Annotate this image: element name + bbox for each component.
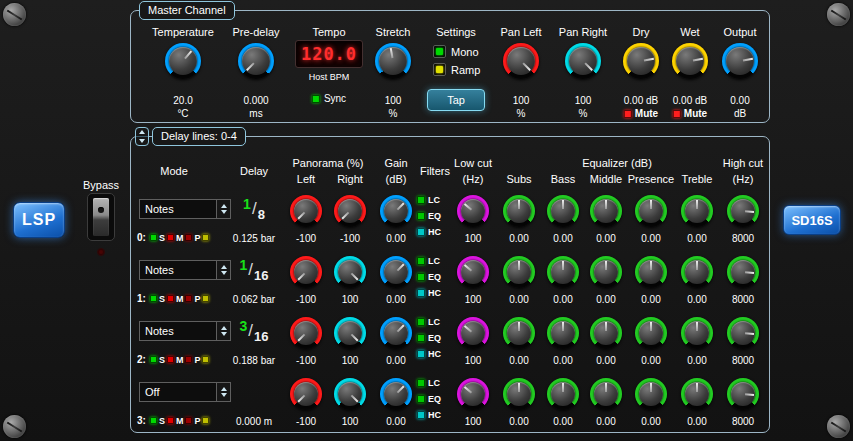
presence-knob[interactable]	[635, 378, 667, 410]
pan-right-knob[interactable]	[334, 256, 366, 288]
output-label: Output	[695, 26, 785, 38]
subs-knob[interactable]	[503, 317, 535, 349]
solo-led[interactable]	[167, 295, 174, 302]
pan-right-knob[interactable]	[334, 195, 366, 227]
high-cut-filter-led[interactable]	[417, 350, 425, 358]
spinner-up-button[interactable]	[136, 128, 148, 136]
high-cut-knob[interactable]	[727, 378, 759, 410]
low-cut-knob[interactable]	[457, 378, 489, 410]
presence-knob[interactable]	[635, 256, 667, 288]
solo-led[interactable]	[167, 417, 174, 424]
sync-led[interactable]	[312, 95, 320, 103]
pan-left-knob[interactable]	[290, 378, 322, 410]
down-arrow-icon	[139, 139, 145, 143]
pan-left-value: -100	[284, 294, 328, 305]
solo-led[interactable]	[167, 234, 174, 241]
master-pan-left-knob[interactable]	[503, 43, 539, 79]
highcut-header: High cut	[713, 157, 773, 169]
high-cut-filter-led[interactable]	[417, 228, 425, 236]
treble-knob[interactable]	[681, 195, 713, 227]
subs-knob[interactable]	[503, 378, 535, 410]
middle-knob[interactable]	[590, 378, 622, 410]
low-cut-filter-led[interactable]	[417, 318, 425, 326]
treble-knob[interactable]	[681, 317, 713, 349]
pan-right-knob[interactable]	[334, 378, 366, 410]
low-cut-knob[interactable]	[457, 256, 489, 288]
bass-value: 0.00	[541, 416, 585, 427]
pan-left-knob[interactable]	[290, 317, 322, 349]
ramp-checkbox[interactable]	[433, 63, 446, 76]
treble-knob[interactable]	[681, 378, 713, 410]
mute-led[interactable]	[185, 234, 192, 241]
bass-knob[interactable]	[547, 195, 579, 227]
high-cut-value: 8000	[721, 416, 765, 427]
eq-filter-led[interactable]	[417, 334, 425, 342]
delay-time-value: 0.125 bar	[226, 233, 282, 244]
high-cut-filter-led[interactable]	[417, 411, 425, 419]
mono-checkbox[interactable]	[433, 45, 446, 58]
gain-knob[interactable]	[380, 378, 412, 410]
low-cut-filter-led[interactable]	[417, 379, 425, 387]
low-cut-filter-led[interactable]	[417, 196, 425, 204]
phase-led[interactable]	[202, 295, 209, 302]
line-on-led[interactable]	[150, 417, 157, 424]
treble-knob[interactable]	[681, 256, 713, 288]
middle-knob[interactable]	[590, 195, 622, 227]
low-cut-filter-led[interactable]	[417, 257, 425, 265]
lsp-logo[interactable]: LSP	[13, 202, 65, 238]
delay-line-row: Off / 3: S M P 0.000 m -100 100 0.00	[131, 370, 769, 431]
subs-knob[interactable]	[503, 256, 535, 288]
bass-knob[interactable]	[547, 256, 579, 288]
pan-right-knob[interactable]	[334, 317, 366, 349]
high-cut-knob[interactable]	[727, 317, 759, 349]
mute-led[interactable]	[185, 295, 192, 302]
line-on-led[interactable]	[150, 234, 157, 241]
gain-value: 0.00	[374, 355, 418, 366]
spinner-down-button[interactable]	[136, 136, 148, 145]
high-cut-knob[interactable]	[727, 195, 759, 227]
gain-knob[interactable]	[380, 256, 412, 288]
bass-knob[interactable]	[547, 378, 579, 410]
pan-left-knob[interactable]	[290, 256, 322, 288]
high-cut-knob[interactable]	[727, 256, 759, 288]
middle-knob[interactable]	[590, 317, 622, 349]
phase-led[interactable]	[202, 417, 209, 424]
stretch-knob[interactable]	[375, 43, 411, 79]
high-cut-filter-led[interactable]	[417, 289, 425, 297]
temperature-knob[interactable]	[165, 43, 201, 79]
wet-mute-checkbox[interactable]	[673, 110, 681, 118]
mode-select[interactable]: Notes	[139, 260, 231, 280]
eq-filter-led[interactable]	[417, 273, 425, 281]
gain-knob[interactable]	[380, 195, 412, 227]
left-header: Left	[281, 173, 331, 185]
delay-time-value: 0.000 m	[226, 416, 282, 427]
predelay-knob[interactable]	[238, 43, 274, 79]
dry-mute-checkbox[interactable]	[624, 110, 632, 118]
low-cut-knob[interactable]	[457, 195, 489, 227]
bass-knob[interactable]	[547, 317, 579, 349]
gain-knob[interactable]	[380, 317, 412, 349]
low-cut-knob[interactable]	[457, 317, 489, 349]
mute-led[interactable]	[185, 356, 192, 363]
line-on-led[interactable]	[150, 295, 157, 302]
pan-left-value: -100	[284, 416, 328, 427]
mode-value: Off	[140, 383, 216, 401]
subs-knob[interactable]	[503, 195, 535, 227]
solo-led[interactable]	[167, 356, 174, 363]
mute-led[interactable]	[185, 417, 192, 424]
middle-knob[interactable]	[590, 256, 622, 288]
output-knob[interactable]	[722, 43, 758, 79]
pan-left-knob[interactable]	[290, 195, 322, 227]
eq-filter-led[interactable]	[417, 395, 425, 403]
mode-select[interactable]: Off	[139, 382, 231, 402]
phase-led[interactable]	[202, 356, 209, 363]
right-header: Right	[325, 173, 375, 185]
line-on-led[interactable]	[150, 356, 157, 363]
presence-knob[interactable]	[635, 317, 667, 349]
eq-filter-led[interactable]	[417, 212, 425, 220]
bypass-switch[interactable]	[87, 193, 115, 241]
mode-select[interactable]: Notes	[139, 321, 231, 341]
phase-led[interactable]	[202, 234, 209, 241]
mode-select[interactable]: Notes	[139, 199, 231, 219]
presence-knob[interactable]	[635, 195, 667, 227]
